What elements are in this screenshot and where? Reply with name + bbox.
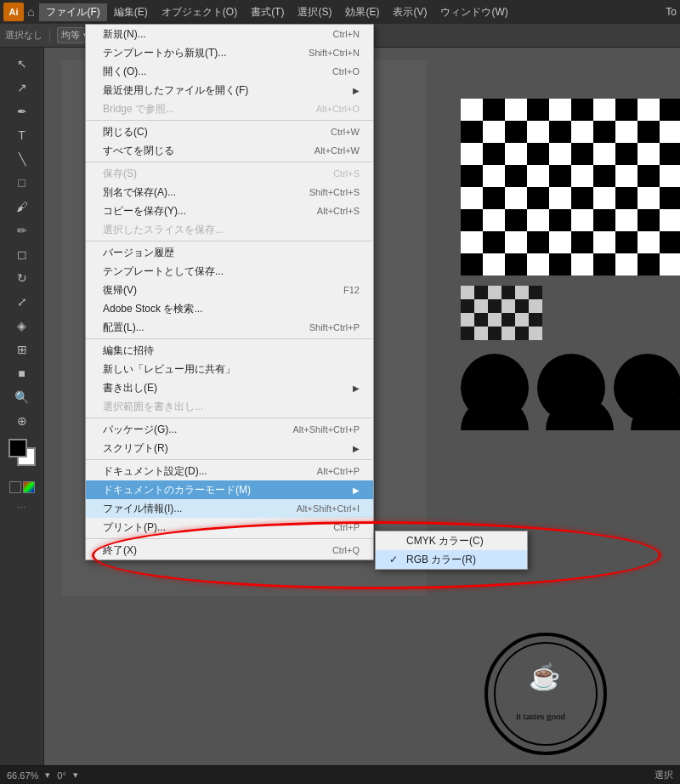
menu-object[interactable]: オブジェクト(O) (155, 3, 244, 21)
paintbrush-icon[interactable]: 🖌 (11, 196, 33, 218)
svg-rect-18 (593, 121, 615, 143)
home-icon[interactable]: ⌂ (27, 5, 34, 19)
svg-rect-91 (502, 299, 515, 313)
menu-print[interactable]: プリント(P)... Ctrl+P (86, 518, 373, 537)
more-tools[interactable]: ··· (16, 502, 26, 512)
menu-package-shortcut: Alt+Shift+Ctrl+P (292, 424, 360, 435)
selection-status: 選択 (654, 769, 673, 781)
submenu-rgb[interactable]: ✓ RGB カラー(R) (376, 550, 527, 569)
zoom-icon[interactable]: ⊕ (11, 410, 33, 432)
blend-icon[interactable]: ◈ (11, 315, 33, 337)
svg-rect-38 (593, 165, 615, 187)
submenu-arrow-3: ▶ (353, 444, 360, 453)
svg-rect-79 (615, 253, 638, 276)
menu-version-history[interactable]: バージョン履歴 (86, 243, 373, 262)
menu-doc-settings[interactable]: ドキュメント設定(D)... Alt+Ctrl+P (86, 462, 373, 480)
menu-type[interactable]: 書式(T) (244, 3, 291, 21)
rgb-label: RGB カラー(R) (406, 553, 476, 567)
direct-select-icon[interactable]: ↗ (11, 77, 33, 99)
menu-view[interactable]: 表示(V) (386, 3, 434, 21)
svg-rect-105 (529, 327, 542, 340)
svg-rect-35 (527, 165, 549, 187)
none-color-icon[interactable] (9, 481, 21, 493)
menu-effect[interactable]: 効果(E) (338, 3, 386, 21)
svg-rect-87 (529, 286, 542, 299)
menu-divider-5 (86, 418, 373, 418)
svg-rect-5 (527, 99, 549, 121)
menu-scripts[interactable]: スクリプト(R) ▶ (86, 439, 373, 457)
pen-icon[interactable]: ✒ (11, 100, 33, 122)
menu-save[interactable]: 保存(S) Ctrl+S (86, 164, 373, 183)
menu-window[interactable]: ウィンドウ(W) (434, 3, 514, 21)
menu-export[interactable]: 書き出し(E) ▶ (86, 378, 373, 397)
menu-revert[interactable]: 復帰(V) F12 (86, 281, 373, 299)
svg-rect-77 (571, 253, 593, 276)
menu-new[interactable]: 新規(N)... Ctrl+N (86, 25, 373, 43)
menu-divider-3 (86, 241, 373, 241)
menu-save-as[interactable]: 別名で保存(A)... Shift+Ctrl+S (86, 183, 373, 202)
menu-close[interactable]: 閉じる(C) Ctrl+W (86, 122, 373, 141)
svg-rect-44 (505, 187, 527, 209)
menu-place[interactable]: 配置(L)... Shift+Ctrl+P (86, 318, 373, 337)
type-icon[interactable]: T (11, 124, 33, 146)
to-label: To (666, 6, 677, 18)
menu-open-recent[interactable]: 最近使用したファイルを開く(F) ▶ (86, 81, 373, 99)
menu-bridge[interactable]: Bridge で参照... Alt+Ctrl+O (86, 99, 373, 118)
color-mode-submenu[interactable]: CMYK カラー(C) ✓ RGB カラー(R) (375, 531, 528, 570)
svg-rect-60 (638, 209, 660, 231)
menu-select[interactable]: 選択(S) (291, 3, 338, 21)
svg-rect-41 (660, 165, 680, 187)
menu-close-all[interactable]: すべてを閉じる Alt+Ctrl+W (86, 141, 373, 160)
submenu-cmyk[interactable]: CMYK カラー(C) (376, 531, 527, 550)
svg-rect-21 (660, 121, 680, 143)
menu-export-selection[interactable]: 選択範囲を書き出し... (86, 397, 373, 416)
svg-rect-66 (549, 231, 571, 253)
mesh-icon[interactable]: ⊞ (11, 338, 33, 361)
svg-rect-22 (461, 143, 483, 165)
svg-rect-102 (488, 327, 502, 340)
eyedropper-icon[interactable]: 🔍 (11, 386, 33, 408)
menu-file-info[interactable]: ファイル情報(I)... Alt+Shift+Ctrl+I (86, 499, 373, 518)
svg-rect-24 (505, 143, 527, 165)
pencil-icon[interactable]: ✏ (11, 219, 33, 241)
menu-open[interactable]: 開く(O)... Ctrl+O (86, 62, 373, 81)
menu-adobe-stock[interactable]: Adobe Stock を検索... (86, 299, 373, 318)
menu-file[interactable]: ファイル(F) (39, 3, 106, 21)
menu-share-review[interactable]: 新しい「レビュー用に共有」 (86, 360, 373, 378)
rotate-icon[interactable]: ↻ (11, 267, 33, 289)
menu-invite-edit[interactable]: 編集に招待 (86, 341, 373, 360)
shape-icon[interactable]: □ (11, 172, 33, 194)
svg-rect-104 (515, 327, 529, 340)
menu-file-info-label: ファイル情報(I)... (103, 502, 182, 516)
menu-revert-label: 復帰(V) (103, 283, 137, 298)
eraser-icon[interactable]: ◻ (11, 243, 33, 265)
svg-rect-103 (502, 327, 515, 340)
line-icon[interactable]: ╲ (11, 148, 33, 170)
menu-save-copy[interactable]: コピーを保存(Y)... Alt+Ctrl+S (86, 202, 373, 220)
svg-rect-37 (571, 165, 593, 187)
color-selector[interactable] (7, 437, 37, 474)
gradient-icon[interactable]: ■ (11, 362, 33, 384)
menu-new-template[interactable]: テンプレートから新規(T)... Shift+Ctrl+N (86, 43, 373, 62)
svg-rect-90 (488, 299, 502, 313)
file-dropdown-menu[interactable]: 新規(N)... Ctrl+N テンプレートから新規(T)... Shift+C… (85, 24, 374, 560)
svg-rect-16 (549, 121, 571, 143)
menu-export-sel-label: 選択範囲を書き出し... (103, 400, 203, 414)
menu-save-slices[interactable]: 選択したスライスを保存... (86, 220, 373, 239)
menu-edit[interactable]: 編集(E) (107, 3, 155, 21)
svg-rect-56 (549, 209, 571, 231)
menu-package[interactable]: パッケージ(G)... Alt+Shift+Ctrl+P (86, 420, 373, 439)
selection-tool-icon[interactable]: ↖ (11, 53, 33, 75)
menu-save-template[interactable]: テンプレートとして保存... (86, 262, 373, 281)
svg-rect-7 (571, 99, 593, 121)
svg-rect-70 (638, 231, 660, 253)
menu-close-all-label: すべてを閉じる (103, 144, 174, 158)
menu-quit[interactable]: 終了(X) Ctrl+Q (86, 541, 373, 560)
svg-rect-80 (638, 253, 660, 276)
gradient-color-icon[interactable] (23, 481, 35, 493)
menu-color-mode[interactable]: ドキュメントのカラーモード(M) ▶ (86, 480, 373, 499)
menu-revert-shortcut: F12 (343, 285, 360, 295)
scale-icon[interactable]: ⤢ (11, 291, 33, 313)
svg-rect-100 (461, 327, 474, 340)
menu-save-shortcut: Ctrl+S (333, 168, 360, 179)
